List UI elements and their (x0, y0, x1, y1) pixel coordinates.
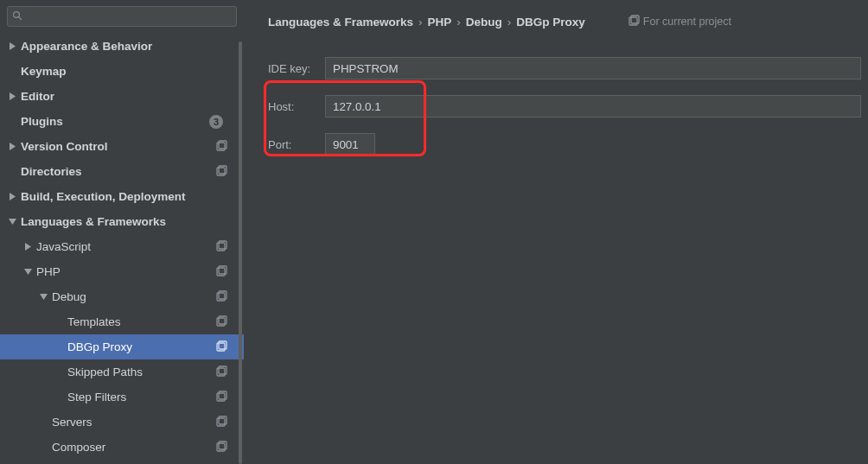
for-current-project-text: For current project (643, 16, 731, 28)
sidebar-item-label: Directories (21, 165, 216, 178)
breadcrumb-sep: › (418, 16, 423, 29)
project-scope-icon (629, 15, 640, 29)
sidebar-item-label: Appearance & Behavior (21, 40, 228, 53)
project-scope-icon (216, 140, 228, 154)
for-current-project-label: For current project (629, 15, 731, 29)
settings-tree: Appearance & BehaviorKeymapEditorPlugins… (0, 34, 244, 464)
sidebar-item-js[interactable]: JavaScript (0, 234, 244, 259)
row-port: Port: (268, 125, 868, 163)
sidebar-item-label: Servers (52, 416, 216, 429)
expand-down-icon[interactable] (24, 268, 36, 276)
sidebar-item-label: Plugins (21, 115, 209, 128)
sidebar-item-editor[interactable]: Editor (0, 84, 244, 109)
sidebar-item-appearance[interactable]: Appearance & Behavior (0, 34, 244, 59)
settings-main: Languages & Frameworks›PHP›Debug›DBGp Pr… (244, 0, 868, 464)
input-host[interactable] (325, 95, 861, 118)
svg-marker-4 (10, 143, 16, 150)
expand-right-icon[interactable] (24, 243, 36, 251)
project-scope-icon (216, 165, 228, 179)
breadcrumb-item[interactable]: Debug (466, 16, 502, 29)
input-port[interactable] (325, 133, 375, 156)
breadcrumb-sep: › (456, 16, 461, 29)
project-scope-icon (216, 391, 228, 404)
sidebar-item-build[interactable]: Build, Execution, Deployment (0, 184, 244, 209)
sidebar-item-templates[interactable]: Templates (0, 309, 244, 334)
sidebar-item-label: DBGp Proxy (67, 340, 216, 353)
expand-down-icon[interactable] (40, 293, 52, 301)
sidebar-item-label: PHP (36, 265, 216, 278)
breadcrumb-item[interactable]: Languages & Frameworks (268, 16, 413, 29)
project-scope-icon (216, 265, 228, 279)
search-wrap (0, 0, 244, 34)
label-host: Host: (268, 100, 325, 113)
sidebar-item-label: Build, Execution, Deployment (21, 190, 228, 203)
project-scope-icon (216, 240, 228, 254)
input-ide-key[interactable] (325, 57, 861, 79)
search-box (7, 6, 237, 27)
svg-marker-9 (10, 193, 16, 200)
sidebar-item-label: Languages & Frameworks (21, 215, 228, 228)
sidebar-item-label: JavaScript (36, 240, 216, 253)
breadcrumb-item[interactable]: DBGp Proxy (516, 16, 585, 29)
sidebar-item-dirs[interactable]: Directories (0, 159, 244, 184)
row-host: Host: (268, 87, 868, 125)
sidebar-item-vcs[interactable]: Version Control (0, 134, 244, 159)
sidebar-item-label: Templates (67, 315, 216, 328)
sidebar-item-step[interactable]: Step Filters (0, 385, 244, 410)
project-scope-icon (216, 315, 228, 329)
svg-marker-3 (10, 92, 16, 100)
sidebar-item-servers[interactable]: Servers (0, 410, 244, 435)
sidebar-item-plugins[interactable]: Plugins3 (0, 109, 244, 134)
row-ide-key: IDE key: (268, 49, 868, 87)
expand-right-icon[interactable] (9, 143, 21, 150)
search-input[interactable] (7, 6, 237, 27)
breadcrumb: Languages & Frameworks›PHP›Debug›DBGp Pr… (268, 15, 868, 29)
sidebar-item-label: Editor (21, 90, 228, 103)
project-scope-icon (216, 416, 228, 429)
sidebar-item-debug[interactable]: Debug (0, 284, 244, 309)
dbgp-form: IDE key: Host: Port: (268, 49, 868, 163)
expand-down-icon[interactable] (9, 218, 21, 226)
project-scope-icon (216, 365, 228, 379)
sidebar-item-composer[interactable]: Composer (0, 435, 244, 460)
settings-sidebar: Appearance & BehaviorKeymapEditorPlugins… (0, 0, 244, 464)
sidebar-item-php[interactable]: PHP (0, 259, 244, 284)
sidebar-item-skip[interactable]: Skipped Paths (0, 359, 244, 385)
breadcrumb-item[interactable]: PHP (428, 16, 452, 29)
svg-marker-11 (25, 243, 31, 251)
sidebar-item-dbgp[interactable]: DBGp Proxy (0, 334, 244, 359)
sidebar-item-lang[interactable]: Languages & Frameworks (0, 209, 244, 234)
badge-count: 3 (209, 115, 223, 129)
sidebar-item-keymap[interactable]: Keymap (0, 59, 244, 84)
svg-marker-17 (40, 294, 48, 300)
expand-right-icon[interactable] (9, 42, 21, 50)
svg-marker-10 (9, 219, 16, 225)
project-scope-icon (216, 290, 228, 304)
sidebar-item-label: Skipped Paths (67, 365, 216, 378)
svg-marker-14 (24, 269, 32, 275)
label-port: Port: (268, 138, 325, 151)
project-scope-icon (216, 340, 228, 354)
sidebar-item-label: Step Filters (67, 391, 216, 404)
sidebar-item-label: Debug (52, 290, 216, 303)
breadcrumb-sep: › (507, 16, 512, 29)
sidebar-item-label: Keymap (21, 65, 228, 78)
sidebar-item-label: Version Control (21, 140, 216, 153)
sidebar-item-label: Composer (52, 441, 216, 454)
project-scope-icon (216, 441, 228, 454)
expand-right-icon[interactable] (9, 193, 21, 200)
svg-marker-2 (10, 42, 16, 50)
expand-right-icon[interactable] (9, 92, 21, 100)
label-ide-key: IDE key: (268, 62, 325, 75)
